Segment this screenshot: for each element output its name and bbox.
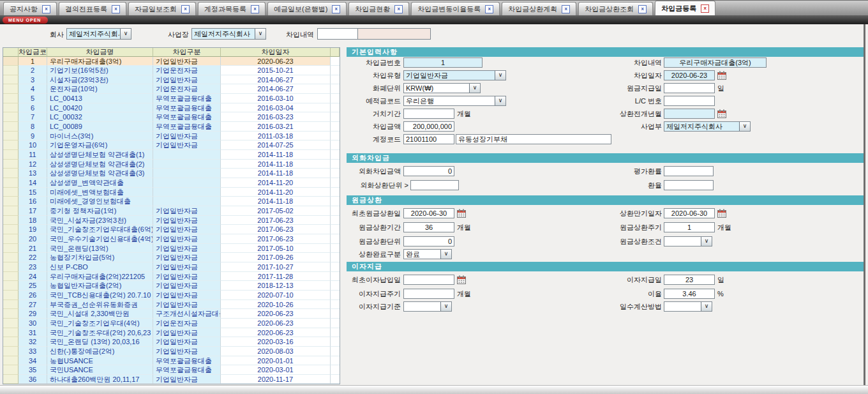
row-selector[interactable] (3, 160, 19, 169)
tab-item-active[interactable]: 차입금등록x (655, 1, 715, 15)
row-selector[interactable] (3, 356, 19, 366)
chevron-down-icon[interactable]: ∨ (440, 301, 452, 312)
row-selector[interactable] (3, 94, 19, 103)
close-icon[interactable]: x (42, 5, 50, 13)
row-selector[interactable] (3, 66, 19, 75)
currency-select[interactable]: KRW(₩) ∨ (403, 83, 481, 93)
row-selector[interactable] (3, 244, 19, 254)
close-icon[interactable]: x (638, 5, 647, 13)
row-selector[interactable] (3, 216, 19, 225)
complete-type-select[interactable]: 완료 ∨ (403, 249, 452, 259)
loan-date-field[interactable]: 2020-06-23 (664, 70, 715, 80)
row-selector[interactable] (3, 281, 19, 291)
chevron-down-icon[interactable]: ∨ (701, 236, 712, 246)
row-selector[interactable] (3, 291, 19, 300)
loan-table-row[interactable]: 33신한(-)통장예금(2억)기업일반자금2020-08-03 (3, 347, 340, 356)
row-selector[interactable] (3, 169, 19, 178)
calendar-icon[interactable] (717, 209, 727, 218)
repay-unit-input[interactable]: 0 (403, 236, 454, 246)
row-selector[interactable] (3, 234, 19, 244)
eval-rate-input[interactable] (664, 166, 714, 176)
row-selector[interactable] (3, 337, 19, 347)
close-icon[interactable]: x (112, 5, 120, 13)
loan-table-row[interactable]: 31국민_기술창조우대(2억) 20,6,23기업일반자금2020-06-23 (3, 328, 340, 338)
repay-condition-select[interactable]: ∨ (664, 236, 712, 246)
row-selector[interactable] (3, 309, 19, 319)
loan-amount-input[interactable]: 200,000,000 (403, 121, 454, 132)
tab-item[interactable]: 차입금상환계획x (502, 2, 576, 15)
chevron-down-icon[interactable]: ∨ (495, 70, 506, 80)
row-selector[interactable] (3, 375, 19, 384)
menu-open-button[interactable]: MENU OPEN (3, 17, 48, 24)
row-selector[interactable] (3, 103, 19, 113)
close-icon[interactable]: x (181, 5, 190, 13)
day-count-select[interactable]: ∨ (664, 301, 712, 312)
calendar-icon[interactable] (717, 71, 727, 80)
loan-desc-field[interactable]: 우리구매자금대출(3억) (664, 57, 767, 68)
loan-type-select[interactable]: 기업일반자금 ∨ (403, 70, 506, 80)
tab-item[interactable]: 결의전표등록x (59, 2, 126, 15)
row-selector[interactable] (3, 272, 19, 282)
row-selector[interactable] (3, 365, 19, 375)
first-repay-date-field[interactable]: 2020-06-30 (403, 208, 454, 218)
chevron-down-icon[interactable]: ∨ (495, 96, 506, 106)
row-selector[interactable] (3, 188, 19, 197)
lc-no-input[interactable] (664, 96, 715, 106)
loan-table-row[interactable]: 11삼성생명단체보험 약관대출(1)2014-11-18 (3, 150, 340, 160)
loan-table-row[interactable]: 32국민_온랜딩 (13억) 20,03,16기업일반자금2020-03-16 (3, 337, 340, 347)
first-interest-date-input[interactable] (403, 275, 454, 285)
interest-basis-select[interactable]: ∨ (403, 301, 452, 312)
exchange-rate-input[interactable] (664, 180, 714, 190)
maturity-date-field[interactable]: 2020-06-30 (664, 208, 715, 218)
tab-item[interactable]: 계정과목등록x (198, 2, 266, 15)
grace-period-input[interactable] (403, 109, 454, 119)
loan-table-row[interactable]: 23신보 P-CBO기업일반자금2017-10-27 (3, 262, 340, 272)
repay-cycle-input[interactable]: 1 (664, 222, 715, 232)
calendar-icon[interactable] (457, 209, 467, 218)
company-select[interactable]: 제일저지주식회사 ∨ (66, 28, 131, 40)
interest-rate-input[interactable]: 3.46 (664, 289, 715, 299)
header-name[interactable]: 차입금명 (47, 48, 153, 57)
principal-pay-day-input[interactable] (664, 83, 715, 93)
tab-item[interactable]: 차입금현황x (348, 2, 409, 15)
close-icon[interactable]: x (332, 5, 340, 13)
row-selector[interactable] (3, 206, 19, 216)
division-select[interactable]: 제일저지주식회사 ∨ (664, 121, 751, 132)
close-icon[interactable]: x (562, 5, 570, 13)
fx-repay-unit-input[interactable] (410, 180, 459, 190)
row-selector[interactable] (3, 150, 19, 160)
row-selector[interactable] (3, 112, 19, 122)
close-icon[interactable]: x (485, 5, 493, 13)
pre-repay-ym-field[interactable] (664, 109, 715, 119)
account-code-input[interactable]: 21001100 (403, 134, 454, 144)
row-selector[interactable] (3, 319, 19, 328)
interest-cycle-input[interactable] (403, 289, 454, 299)
row-selector[interactable] (3, 328, 19, 338)
row-selector[interactable] (3, 84, 19, 94)
loan-no-field[interactable]: 1 (403, 57, 483, 68)
tab-item[interactable]: 차입금변동이율등록x (411, 2, 500, 15)
loan-table-row[interactable]: 30국민_기술창조기업우대(4억)기업운전자금2020-06-23 (3, 319, 340, 328)
loan-table-row[interactable]: 36하나대출260백만원 20,11,17기업일반자금2020-11-17 (3, 375, 340, 384)
fx-amount-input[interactable]: 0 (403, 166, 454, 176)
row-selector[interactable] (3, 178, 19, 188)
close-icon[interactable]: x (251, 5, 259, 13)
close-icon[interactable]: x (701, 4, 709, 13)
loan-desc-filter-input[interactable] (317, 28, 358, 40)
loan-table-row[interactable]: 34농협USANCE무역포괄금융대출2020-01-01 (3, 356, 340, 366)
row-selector[interactable] (3, 225, 19, 234)
row-selector[interactable] (3, 132, 19, 141)
row-selector[interactable] (3, 122, 19, 132)
row-selector[interactable] (3, 300, 19, 310)
chevron-down-icon[interactable]: ∨ (469, 83, 481, 93)
chevron-down-icon[interactable]: ∨ (739, 121, 751, 132)
row-selector[interactable] (3, 57, 19, 66)
row-selector[interactable] (3, 140, 19, 150)
interest-pay-day-input[interactable]: 23 (664, 275, 715, 285)
tab-item[interactable]: 자금일보조회x (128, 2, 196, 15)
calendar-icon[interactable] (717, 109, 727, 119)
deposit-code-select[interactable]: 우리은행 ∨ (403, 96, 506, 106)
header-type[interactable]: 차입구분 (153, 48, 221, 57)
tab-item[interactable]: 공지사항x (3, 2, 57, 15)
calendar-icon[interactable] (457, 275, 467, 285)
